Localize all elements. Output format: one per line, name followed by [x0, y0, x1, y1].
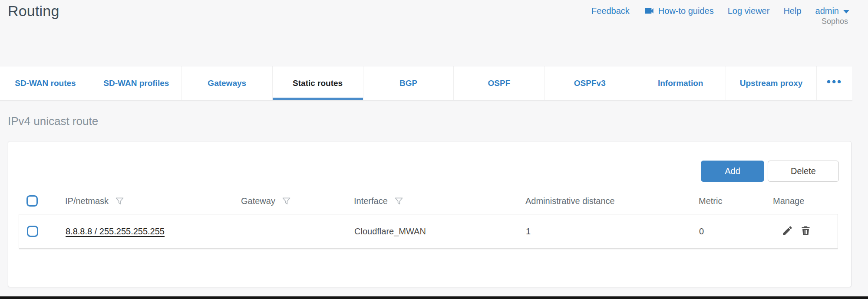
- tab-ospf[interactable]: OSPF: [453, 66, 544, 100]
- top-nav: Feedback How-to guides Log viewer Help a…: [591, 5, 849, 16]
- table-header-row: IP/netmask Gateway Interface: [19, 189, 838, 213]
- tab-information[interactable]: Information: [635, 66, 726, 100]
- column-header-administrative-distance: Administrative distance: [525, 196, 615, 206]
- add-button[interactable]: Add: [701, 161, 764, 182]
- tab-label: SD-WAN routes: [15, 79, 76, 88]
- table-row: 8.8.8.8 / 255.255.255.255 Cloudflare_MWA…: [19, 214, 838, 249]
- bottom-edge-bar: [0, 296, 868, 299]
- tab-ospfv3[interactable]: OSPFv3: [544, 66, 635, 100]
- tab-static-routes[interactable]: Static routes: [272, 66, 363, 100]
- log-viewer-label: Log viewer: [728, 6, 770, 16]
- more-tabs-button[interactable]: •••: [816, 66, 852, 100]
- tab-bar: SD-WAN routes SD-WAN profiles Gateways S…: [0, 66, 852, 101]
- tab-label: SD-WAN profiles: [103, 79, 169, 88]
- tab-label: Gateways: [208, 79, 246, 88]
- tab-label: BGP: [399, 79, 417, 88]
- brand-label: Sophos: [822, 17, 848, 26]
- more-tabs-icon: •••: [827, 75, 842, 89]
- howto-guides-link[interactable]: How-to guides: [644, 5, 714, 16]
- active-tab-underline: [273, 98, 363, 100]
- help-label: Help: [783, 6, 801, 16]
- column-header-manage: Manage: [773, 196, 804, 206]
- toolbar: Add Delete: [701, 161, 839, 182]
- help-link[interactable]: Help: [783, 6, 801, 16]
- routes-table: IP/netmask Gateway Interface: [19, 189, 838, 249]
- tab-label: OSPFv3: [574, 79, 606, 88]
- trash-icon[interactable]: [800, 225, 812, 238]
- log-viewer-link[interactable]: Log viewer: [728, 6, 770, 16]
- admin-label: admin: [815, 6, 839, 16]
- video-camera-icon: [644, 5, 655, 16]
- column-header-ip-netmask: IP/netmask: [65, 196, 109, 206]
- feedback-label: Feedback: [591, 6, 630, 16]
- tab-label: Information: [658, 79, 703, 88]
- funnel-filter-icon[interactable]: [281, 196, 291, 208]
- caret-down-icon: [843, 10, 849, 13]
- tab-bgp[interactable]: BGP: [363, 66, 454, 100]
- funnel-filter-icon[interactable]: [394, 196, 404, 208]
- howto-guides-label: How-to guides: [658, 6, 714, 16]
- tab-label: Static routes: [293, 79, 343, 88]
- admin-menu-button[interactable]: admin: [815, 6, 849, 16]
- funnel-filter-icon[interactable]: [115, 196, 125, 208]
- column-header-gateway: Gateway: [241, 196, 275, 206]
- tab-sdwan-profiles[interactable]: SD-WAN profiles: [91, 66, 182, 100]
- tab-label: OSPF: [488, 79, 511, 88]
- select-all-checkbox[interactable]: [26, 195, 38, 207]
- route-ip-netmask-link[interactable]: 8.8.8.8 / 255.255.255.255: [66, 227, 165, 237]
- routing-page: Routing Feedback How-to guides Log viewe…: [0, 0, 868, 299]
- ipv4-unicast-route-card: Add Delete IP/netmask Gateway: [8, 141, 851, 287]
- route-interface-value: Cloudflare_MWAN: [354, 227, 426, 237]
- pencil-icon[interactable]: [782, 225, 793, 238]
- route-administrative-distance-value: 1: [526, 227, 531, 237]
- section-title: IPv4 unicast route: [8, 115, 98, 128]
- tab-sdwan-routes[interactable]: SD-WAN routes: [0, 66, 91, 100]
- page-title: Routing: [8, 3, 59, 20]
- delete-button[interactable]: Delete: [768, 161, 839, 182]
- tab-label: Upstream proxy: [740, 79, 803, 88]
- feedback-link[interactable]: Feedback: [591, 6, 630, 16]
- row-checkbox[interactable]: [27, 226, 38, 237]
- column-header-metric: Metric: [699, 196, 722, 206]
- tab-upstream-proxy[interactable]: Upstream proxy: [726, 66, 816, 100]
- route-metric-value: 0: [699, 227, 704, 237]
- tab-gateways[interactable]: Gateways: [182, 66, 272, 100]
- column-header-interface: Interface: [354, 196, 388, 206]
